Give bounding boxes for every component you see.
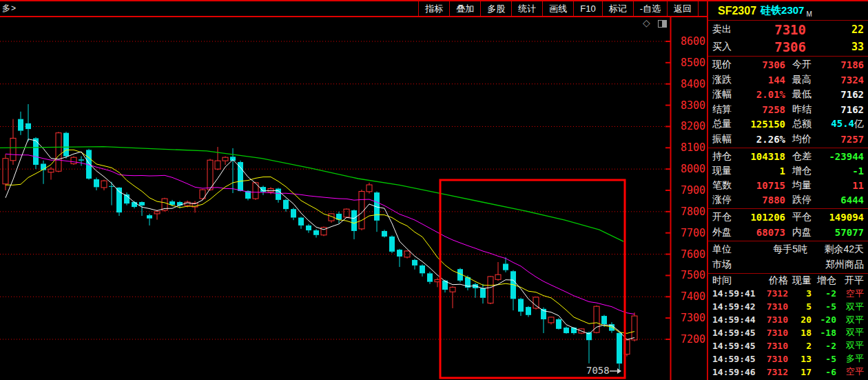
tick-time: 14:59:45 bbox=[711, 341, 755, 351]
candle-body-up bbox=[495, 274, 501, 279]
candle-body-up bbox=[154, 212, 160, 214]
info-value: 郑州商品 bbox=[807, 259, 865, 271]
y-axis-label: 7400 bbox=[681, 290, 705, 303]
quote-value: -1 bbox=[820, 166, 865, 177]
candle-body-up bbox=[548, 317, 554, 323]
tick-openclose: 双平 bbox=[836, 301, 865, 313]
quote-label: 振幅 bbox=[711, 133, 743, 146]
candle-body-down bbox=[132, 202, 137, 207]
tick-row: 14:59:44731020-20双平 bbox=[711, 314, 865, 326]
orderbook-price: 7306 bbox=[743, 39, 824, 54]
candle-body-down bbox=[412, 260, 417, 266]
contract-code: SF2307 bbox=[718, 5, 756, 17]
info-value: 每手5吨 bbox=[738, 243, 807, 256]
tick-row: 14:59:4573102-2双平 bbox=[711, 339, 865, 352]
candle-body-up bbox=[344, 209, 349, 217]
y-axis-label: 8400 bbox=[681, 78, 705, 90]
tick-openclose: 多平 bbox=[836, 352, 865, 365]
candle-body-up bbox=[223, 157, 228, 161]
tick-header: 现量 bbox=[788, 274, 812, 287]
candle-body-up bbox=[488, 277, 493, 303]
menu-item-标记[interactable]: 标记 bbox=[602, 1, 633, 16]
quote-value: -23944 bbox=[820, 151, 865, 162]
panel-toggle-icon[interactable] bbox=[658, 20, 667, 28]
y-axis-label: 7800 bbox=[681, 206, 705, 218]
quote-label: 增仓 bbox=[785, 165, 820, 177]
quote-value: 149094 bbox=[820, 212, 865, 223]
tick-oi-change: -6 bbox=[812, 367, 836, 377]
menu-item-多股[interactable]: 多股 bbox=[480, 1, 511, 16]
tick-table: 时间价格现量增仓开平14:59:4173123-2空平14:59:4273105… bbox=[708, 274, 868, 380]
tick-price: 7312 bbox=[755, 288, 788, 299]
tick-openclose: 双平 bbox=[836, 314, 865, 326]
candle-body-down bbox=[382, 231, 387, 237]
menu-item-统计[interactable]: 统计 bbox=[511, 1, 542, 16]
quote-value: 144 bbox=[743, 74, 785, 86]
tick-row: 14:59:4173123-2空平 bbox=[711, 288, 865, 300]
order-book: 卖出731022买入730633 bbox=[708, 21, 868, 57]
candlestick-chart[interactable]: 8600850084008300820081008000790078007700… bbox=[0, 17, 707, 380]
menu-item-指标[interactable]: 指标 bbox=[418, 1, 449, 16]
orderbook-row[interactable]: 买入730633 bbox=[711, 39, 865, 54]
tick-header-row: 时间价格现量增仓开平 bbox=[711, 274, 865, 287]
unit-suffix: 亿 bbox=[854, 118, 864, 129]
y-axis-label: 7700 bbox=[681, 227, 705, 239]
candle-body-down bbox=[564, 328, 569, 333]
candle-body-down bbox=[389, 237, 395, 252]
menu-item-返回[interactable]: 返回 bbox=[667, 1, 699, 16]
menu-item-画线[interactable]: 画线 bbox=[542, 1, 573, 16]
orderbook-row[interactable]: 卖出731022 bbox=[711, 22, 865, 37]
tick-header: 增仓 bbox=[812, 274, 836, 287]
quote-label: 仓差 bbox=[785, 150, 820, 163]
tick-time: 14:59:41 bbox=[711, 288, 755, 299]
tick-volume: 17 bbox=[788, 367, 812, 377]
candle-body-down bbox=[298, 217, 304, 225]
quote-value: 7162 bbox=[820, 89, 865, 100]
quote-value: 57077 bbox=[820, 227, 865, 238]
y-axis-label: 7900 bbox=[681, 184, 705, 197]
candle-body-down bbox=[25, 123, 31, 129]
candle-body-up bbox=[207, 160, 213, 190]
quote-panel: SF2307 硅铁2307 M 卖出731022买入730633 现价7306今… bbox=[707, 0, 868, 380]
tick-openclose: 空平 bbox=[836, 366, 865, 378]
quote-value: 11 bbox=[820, 180, 865, 191]
tick-price: 7310 bbox=[755, 328, 788, 338]
orderbook-count: 22 bbox=[824, 23, 865, 36]
y-axis-label: 7600 bbox=[681, 248, 705, 261]
kline-chart-area[interactable]: 8600850084008300820081008000790078007700… bbox=[0, 17, 707, 380]
candle-body-up bbox=[48, 169, 54, 172]
y-axis-label: 7300 bbox=[681, 312, 705, 324]
candle-body-up bbox=[632, 316, 637, 340]
quote-value: 45.4亿 bbox=[820, 118, 865, 130]
candle-body-up bbox=[101, 181, 107, 188]
quote-row: 现量1增仓-1 bbox=[711, 165, 865, 177]
candle-body-down bbox=[94, 179, 99, 187]
quote-label: 外盘 bbox=[711, 226, 743, 239]
candle-body-down bbox=[313, 230, 319, 235]
tick-header: 价格 bbox=[755, 274, 788, 287]
tick-time: 14:59:46 bbox=[711, 367, 755, 377]
quote-label: 今开 bbox=[785, 59, 820, 71]
menu-item-F10[interactable]: F10 bbox=[573, 1, 601, 16]
contract-title[interactable]: SF2307 硅铁2307 M bbox=[708, 1, 868, 21]
candle-body-up bbox=[450, 287, 455, 292]
tick-row: 14:59:46731217-6空平 bbox=[711, 366, 865, 378]
info-value: 剩余42天 bbox=[807, 243, 865, 256]
more-pages-indicator[interactable]: 多> bbox=[0, 1, 17, 16]
quote-value: 7162 bbox=[820, 104, 865, 115]
contract-name: 硅铁2307 bbox=[761, 4, 804, 17]
tick-price: 7312 bbox=[755, 367, 788, 377]
quote-value: 2.01% bbox=[743, 89, 785, 100]
candle-body-up bbox=[56, 133, 61, 172]
y-axis-label: 8600 bbox=[681, 35, 705, 48]
candle-body-up bbox=[71, 157, 76, 163]
diamond-marker-icon[interactable]: ◇ bbox=[643, 18, 650, 28]
y-axis-label: 8300 bbox=[681, 99, 705, 112]
menu-item--自选[interactable]: -自选 bbox=[633, 1, 667, 16]
candle-body-up bbox=[366, 185, 372, 192]
quote-group-position: 持仓104318仓差-23944现量1增仓-1笔数10715均量11涨停7880… bbox=[708, 148, 868, 209]
quote-value: 6444 bbox=[820, 194, 865, 206]
quote-value: 7257 bbox=[820, 134, 865, 145]
menu-item-叠加[interactable]: 叠加 bbox=[449, 1, 480, 16]
ma-line-green bbox=[0, 147, 623, 241]
